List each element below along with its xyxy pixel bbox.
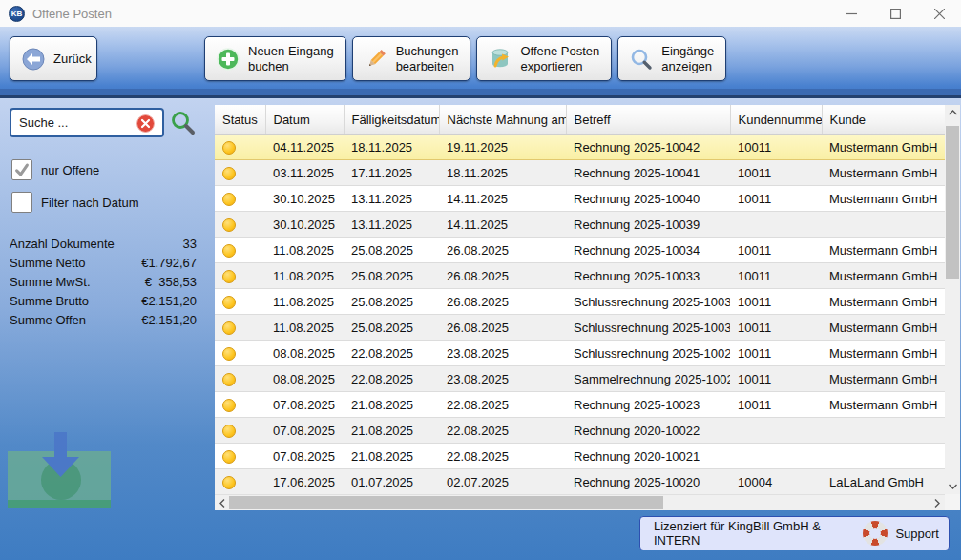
title-bar: KB Offene Posten	[0, 0, 961, 27]
cell-kunde: Mustermann GmbH	[822, 238, 945, 263]
cell-kundennummer: 10011	[730, 160, 822, 186]
column-header-kundennummer[interactable]: Kundennummer	[730, 105, 822, 135]
scroll-left-button[interactable]	[215, 495, 230, 511]
column-header-betreff[interactable]: Betreff	[566, 105, 730, 135]
status-open-icon	[222, 321, 236, 335]
table-row[interactable]: 07.08.202521.08.202522.08.2025Rechnung 2…	[215, 444, 945, 469]
cell-mahnung: 26.08.2025	[439, 238, 566, 263]
table-row[interactable]: 07.08.202521.08.202522.08.2025Rechnung 2…	[215, 392, 945, 418]
maximize-button[interactable]	[873, 0, 917, 27]
cell-faelligkeitsdatum: 22.08.2025	[344, 366, 439, 392]
open-items-table: Status Datum Fälligkeitsdatum Nächste Ma…	[215, 105, 960, 495]
scroll-right-button[interactable]	[930, 495, 945, 511]
table-row[interactable]: 11.08.202525.08.202526.08.2025Rechnung 2…	[215, 263, 945, 289]
cell-status	[215, 469, 265, 495]
status-open-icon	[222, 218, 236, 232]
cell-kundennummer: 10004	[730, 469, 822, 495]
chevron-left-icon	[219, 499, 225, 508]
cell-faelligkeitsdatum: 18.11.2025	[344, 135, 439, 160]
summary-row-netto: Summe Netto €1.792,67	[10, 254, 197, 273]
status-open-icon	[222, 347, 236, 361]
cell-datum: 04.11.2025	[265, 135, 344, 160]
table-row[interactable]: 11.08.202525.08.202526.08.2025Schlussrec…	[215, 289, 945, 315]
edit-bookings-button[interactable]: Buchungenbearbeiten	[352, 36, 471, 81]
cell-faelligkeitsdatum: 25.08.2025	[344, 238, 439, 263]
table-row[interactable]: 07.08.202521.08.202522.08.2025Rechnung 2…	[215, 418, 945, 444]
scroll-up-button[interactable]	[945, 105, 960, 120]
clear-search-button[interactable]	[136, 114, 155, 133]
plus-icon	[217, 48, 240, 71]
column-header-status[interactable]: Status	[215, 105, 265, 135]
horizontal-scrollbar[interactable]	[215, 494, 945, 510]
table-row[interactable]: 11.08.202525.08.202526.08.2025Schlussrec…	[215, 315, 945, 341]
cell-mahnung: 14.11.2025	[439, 212, 566, 238]
cell-status	[215, 392, 265, 418]
cell-faelligkeitsdatum: 21.08.2025	[344, 418, 439, 444]
search-icon[interactable]	[171, 111, 196, 135]
new-entry-button[interactable]: Neuen Eingangbuchen	[204, 36, 346, 81]
cell-kundennummer: 10011	[730, 341, 822, 366]
cell-kundennummer	[730, 212, 822, 238]
table-row[interactable]: 30.10.202513.11.202514.11.2025Rechnung 2…	[215, 186, 945, 212]
cell-status	[215, 289, 265, 315]
cell-mahnung: 22.08.2025	[439, 444, 566, 469]
vertical-scroll-thumb[interactable]	[946, 126, 959, 279]
table-row[interactable]: 03.11.202517.11.202518.11.2025Rechnung 2…	[215, 160, 945, 186]
back-button-label: Zurück	[53, 52, 92, 67]
support-label[interactable]: Support	[895, 527, 939, 541]
only-open-checkbox[interactable]	[11, 159, 32, 180]
cell-betreff: Sammelrechnung 2025-10024	[566, 366, 730, 392]
table-row[interactable]: 17.06.202501.07.202502.07.2025Rechnung 2…	[215, 469, 945, 495]
back-arrow-icon	[22, 48, 45, 71]
status-open-icon	[222, 270, 236, 283]
cell-mahnung: 22.08.2025	[439, 418, 566, 444]
status-open-icon	[222, 296, 236, 309]
vertical-scrollbar[interactable]	[945, 105, 960, 494]
table-row[interactable]: 08.08.202522.08.202523.08.2025Sammelrech…	[215, 366, 945, 392]
filter-only-open[interactable]: nur Offene	[11, 159, 99, 180]
summary-value: € 358,53	[145, 273, 197, 292]
window-controls	[829, 0, 961, 27]
toolbar-action-group: Neuen Eingangbuchen Buchungenbearbeiten	[204, 27, 726, 81]
horizontal-scroll-thumb[interactable]	[229, 496, 663, 509]
database-export-icon	[489, 48, 512, 71]
column-header-faelligkeitsdatum[interactable]: Fälligkeitsdatum	[344, 105, 439, 135]
support-lifering-icon[interactable]	[863, 521, 888, 546]
toolbar: Zurück Neuen Eingangbuchen Buchungenbe	[0, 27, 961, 98]
cell-kundennummer: 10011	[730, 289, 822, 315]
cell-betreff: Schlussrechnung 2025-10032	[566, 289, 730, 315]
cell-status	[215, 418, 265, 444]
cell-betreff: Schlussrechnung 2025-10031	[566, 315, 730, 341]
status-open-icon	[222, 399, 236, 412]
cell-kundennummer	[730, 418, 822, 444]
summary-label: Summe Offen	[10, 311, 86, 330]
table-body: 04.11.202518.11.202519.11.2025Rechnung 2…	[215, 135, 945, 495]
minimize-button[interactable]	[829, 0, 873, 27]
filter-date-checkbox[interactable]	[11, 192, 32, 213]
filter-by-date[interactable]: Filter nach Datum	[11, 192, 139, 213]
column-header-mahnung[interactable]: Nächste Mahnung am	[439, 105, 566, 135]
cell-kundennummer: 10011	[730, 238, 822, 263]
export-open-items-button[interactable]: Offene Postenexportieren	[476, 36, 612, 81]
cell-kundennummer	[730, 444, 822, 469]
cell-betreff: Schlussrechnung 2025-10028	[566, 341, 730, 366]
license-box: Lizenziert für KingBill GmbH & INTERN Su…	[639, 516, 950, 550]
scroll-down-button[interactable]	[945, 479, 960, 494]
show-entries-button[interactable]: Eingängeanzeigen	[617, 36, 726, 81]
table-row[interactable]: 30.10.202513.11.202514.11.2025Rechnung 2…	[215, 212, 945, 238]
table-row[interactable]: 04.11.202518.11.202519.11.2025Rechnung 2…	[215, 135, 945, 160]
close-button[interactable]	[917, 0, 961, 27]
cell-faelligkeitsdatum: 17.11.2025	[344, 160, 439, 186]
table-row[interactable]: 11.08.202525.08.202526.08.2025Rechnung 2…	[215, 238, 945, 263]
summary-row-brutto: Summe Brutto €2.151,20	[10, 292, 197, 311]
table-row[interactable]: 08.08.202522.08.202523.08.2025Schlussrec…	[215, 341, 945, 366]
cell-kunde: Mustermann GmbH	[822, 263, 945, 289]
chevron-down-icon	[949, 484, 957, 489]
cell-mahnung: 23.08.2025	[439, 366, 566, 392]
column-header-datum[interactable]: Datum	[265, 105, 344, 135]
summary-panel: Anzahl Dokumente 33 Summe Netto €1.792,6…	[10, 235, 197, 330]
back-button[interactable]: Zurück	[10, 36, 97, 81]
cell-betreff: Rechnung 2025-10041	[566, 160, 730, 186]
cell-kundennummer: 10011	[730, 186, 822, 212]
column-header-kunde[interactable]: Kunde	[822, 105, 945, 135]
